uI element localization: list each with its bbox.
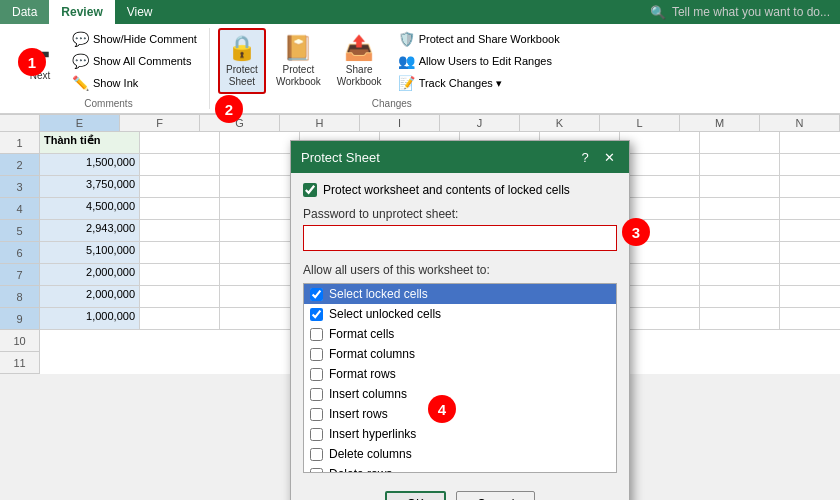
list-item[interactable]: Insert columns xyxy=(304,384,616,404)
cell-m1[interactable] xyxy=(700,132,780,154)
password-input[interactable] xyxy=(303,225,617,251)
list-item[interactable]: Delete columns xyxy=(304,444,616,464)
show-all-comments-btn[interactable]: 💬 Show All Comments xyxy=(68,51,201,71)
cell-g8[interactable] xyxy=(220,286,300,308)
cell-g9[interactable] xyxy=(220,308,300,330)
list-item[interactable]: Format rows xyxy=(304,364,616,384)
allow-users-btn[interactable]: 👥 Allow Users to Edit Ranges xyxy=(392,51,566,71)
cell-l8[interactable] xyxy=(620,286,700,308)
cell-e8[interactable]: 2,000,000 xyxy=(40,286,140,308)
cell-n7[interactable] xyxy=(780,264,840,286)
cell-f2[interactable] xyxy=(140,154,220,176)
col-header-k: K xyxy=(520,115,600,131)
cell-m4[interactable] xyxy=(700,198,780,220)
insert-hyperlinks-label: Insert hyperlinks xyxy=(329,427,416,441)
protect-worksheet-label: Protect worksheet and contents of locked… xyxy=(323,183,570,197)
list-item[interactable]: Insert hyperlinks xyxy=(304,424,616,444)
cell-n5[interactable] xyxy=(780,220,840,242)
insert-hyperlinks-checkbox[interactable] xyxy=(310,428,323,441)
track-changes-btn[interactable]: 📝 Track Changes ▾ xyxy=(392,73,566,93)
cell-f1[interactable] xyxy=(140,132,220,154)
show-hide-comment-btn[interactable]: 💬 Show/Hide Comment xyxy=(68,29,201,49)
cell-g2[interactable] xyxy=(220,154,300,176)
cell-n4[interactable] xyxy=(780,198,840,220)
delete-rows-checkbox[interactable] xyxy=(310,468,323,474)
select-locked-checkbox[interactable] xyxy=(310,288,323,301)
cell-l3[interactable] xyxy=(620,176,700,198)
cell-m3[interactable] xyxy=(700,176,780,198)
cell-n2[interactable] xyxy=(780,154,840,176)
cancel-button[interactable]: Cancel xyxy=(456,491,535,500)
cell-m7[interactable] xyxy=(700,264,780,286)
cell-e6[interactable]: 5,100,000 xyxy=(40,242,140,264)
tab-data[interactable]: Data xyxy=(0,0,49,24)
row-header-11: 11 xyxy=(0,352,39,374)
delete-columns-checkbox[interactable] xyxy=(310,448,323,461)
cell-e4[interactable]: 4,500,000 xyxy=(40,198,140,220)
cell-e3[interactable]: 3,750,000 xyxy=(40,176,140,198)
format-rows-checkbox[interactable] xyxy=(310,368,323,381)
cell-m9[interactable] xyxy=(700,308,780,330)
tab-view[interactable]: View xyxy=(115,0,165,24)
select-unlocked-checkbox[interactable] xyxy=(310,308,323,321)
cell-e7[interactable]: 2,000,000 xyxy=(40,264,140,286)
cell-m8[interactable] xyxy=(700,286,780,308)
cell-l1[interactable] xyxy=(620,132,700,154)
cell-l2[interactable] xyxy=(620,154,700,176)
cell-f6[interactable] xyxy=(140,242,220,264)
cell-f7[interactable] xyxy=(140,264,220,286)
protect-sheet-button[interactable]: 🔒 ProtectSheet xyxy=(218,28,266,94)
cell-l7[interactable] xyxy=(620,264,700,286)
dialog-body: Protect worksheet and contents of locked… xyxy=(291,173,629,483)
cell-e2[interactable]: 1,500,000 xyxy=(40,154,140,176)
header-cell-e1[interactable]: Thành tiền xyxy=(40,132,140,154)
protect-workbook-button[interactable]: 📔 ProtectWorkbook xyxy=(270,30,327,92)
list-item[interactable]: Format cells xyxy=(304,324,616,344)
cell-m2[interactable] xyxy=(700,154,780,176)
cell-g6[interactable] xyxy=(220,242,300,264)
list-item[interactable]: Delete rows xyxy=(304,464,616,473)
protect-worksheet-checkbox[interactable] xyxy=(303,183,317,197)
list-item[interactable]: Select unlocked cells xyxy=(304,304,616,324)
cell-n1[interactable] xyxy=(780,132,840,154)
cell-e5[interactable]: 2,943,000 xyxy=(40,220,140,242)
tab-review[interactable]: Review xyxy=(49,0,114,24)
allow-users-icon: 👥 xyxy=(398,53,415,69)
list-item[interactable]: Select locked cells xyxy=(304,284,616,304)
list-item[interactable]: Format columns xyxy=(304,344,616,364)
cell-m6[interactable] xyxy=(700,242,780,264)
cell-g7[interactable] xyxy=(220,264,300,286)
dialog-question-btn[interactable]: ? xyxy=(575,147,595,167)
cell-g5[interactable] xyxy=(220,220,300,242)
show-ink-btn[interactable]: ✏️ Show Ink xyxy=(68,73,201,93)
cell-f5[interactable] xyxy=(140,220,220,242)
cell-n8[interactable] xyxy=(780,286,840,308)
cell-n9[interactable] xyxy=(780,308,840,330)
cell-f8[interactable] xyxy=(140,286,220,308)
cell-g4[interactable] xyxy=(220,198,300,220)
cell-g1[interactable] xyxy=(220,132,300,154)
protect-share-workbook-btn[interactable]: 🛡️ Protect and Share Workbook xyxy=(392,29,566,49)
protect-share-label: Protect and Share Workbook xyxy=(419,33,560,45)
cell-g3[interactable] xyxy=(220,176,300,198)
dialog-close-btn[interactable]: ✕ xyxy=(599,147,619,167)
show-all-icon: 💬 xyxy=(72,53,89,69)
list-item[interactable]: Insert rows xyxy=(304,404,616,424)
cell-e9[interactable]: 1,000,000 xyxy=(40,308,140,330)
col-header-f: F xyxy=(120,115,200,131)
insert-rows-checkbox[interactable] xyxy=(310,408,323,421)
share-workbook-button[interactable]: 📤 ShareWorkbook xyxy=(331,30,388,92)
insert-columns-checkbox[interactable] xyxy=(310,388,323,401)
cell-f3[interactable] xyxy=(140,176,220,198)
cell-f4[interactable] xyxy=(140,198,220,220)
cell-f9[interactable] xyxy=(140,308,220,330)
cell-m5[interactable] xyxy=(700,220,780,242)
col-header-n: N xyxy=(760,115,840,131)
format-cells-checkbox[interactable] xyxy=(310,328,323,341)
format-columns-checkbox[interactable] xyxy=(310,348,323,361)
cell-n3[interactable] xyxy=(780,176,840,198)
cell-l9[interactable] xyxy=(620,308,700,330)
cell-n6[interactable] xyxy=(780,242,840,264)
cell-l4[interactable] xyxy=(620,198,700,220)
ok-button[interactable]: OK xyxy=(385,491,446,500)
